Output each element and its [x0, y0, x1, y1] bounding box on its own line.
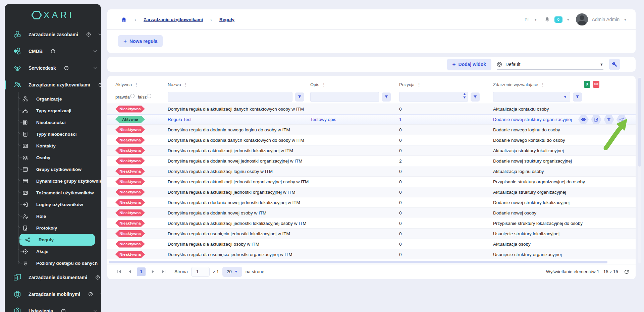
column-header-zdarzenie[interactable]: Zdarzenie wyzwalające⋮ — [493, 82, 626, 87]
table-row[interactable]: NieaktywnaDomyślna reguła dla aktualizac… — [107, 176, 636, 187]
sidebar-item-grupy-uzytkownikow[interactable]: Grupy użytkowników — [5, 164, 101, 175]
excel-export-icon[interactable]: X — [584, 81, 590, 88]
number-stepper[interactable] — [463, 93, 466, 99]
sidebar-item-tozsamosci-uzytkownikow[interactable]: Tożsamości użytkowników — [5, 187, 101, 199]
chevron-down-icon[interactable]: ▼ — [624, 18, 627, 21]
event-filter-select[interactable]: ▼ — [493, 92, 570, 102]
sidebar-item-zarzadzanie-zasobami[interactable]: Zarządzanie zasobami — [5, 26, 101, 43]
sidebar-item-organizacje[interactable]: Organizacje — [5, 93, 101, 105]
prev-page-button[interactable] — [126, 268, 133, 275]
page-size-select[interactable]: 20▼ — [222, 267, 242, 277]
sidebar-item-osoby[interactable]: Osoby — [5, 152, 101, 164]
pdf-export-icon[interactable]: PDF — [593, 81, 599, 88]
sidebar-item-loginy-uzytkownikow[interactable]: Loginy użytkowników — [5, 199, 101, 210]
sidebar-item-ustawienia[interactable]: Ustawienia — [5, 303, 101, 312]
table-row[interactable]: NieaktywnaDomyślna reguła dla usunięcia … — [107, 249, 636, 259]
table-row[interactable]: NieaktywnaDomyślna reguła dla usunięcia … — [107, 228, 636, 239]
table-row[interactable]: NieaktywnaDomyślna reguła dla dodania no… — [107, 124, 636, 135]
home-icon[interactable] — [121, 16, 127, 23]
new-rule-button[interactable]: + Nowa reguła — [118, 35, 163, 47]
next-page-icon — [150, 269, 155, 274]
column-menu-icon[interactable]: ⋮ — [322, 82, 326, 87]
breadcrumb-link-users[interactable]: Zarządzanie użytkownikami — [144, 17, 203, 22]
sidebar-item-protokoly[interactable]: Protokoły — [5, 222, 101, 234]
column-header-aktywna[interactable]: Aktywna⋮ — [115, 82, 168, 87]
status-badge: Nieaktywna — [115, 168, 145, 175]
radio-icon[interactable] — [147, 94, 151, 98]
table-row[interactable]: NieaktywnaDomyślna reguła dla dodania da… — [107, 135, 636, 145]
refresh-icon[interactable] — [624, 269, 630, 275]
stepper-up-icon[interactable] — [463, 93, 466, 95]
description-filter-button[interactable] — [382, 92, 391, 102]
name-filter-input[interactable] — [168, 92, 292, 102]
last-page-button[interactable] — [160, 268, 167, 275]
column-header-pozycja[interactable]: Pozycja⋮ — [399, 82, 493, 87]
table-row[interactable]: NieaktywnaDomyślna reguła dla aktualizac… — [107, 104, 636, 114]
column-menu-icon[interactable]: ⋮ — [417, 82, 421, 87]
stepper-down-icon[interactable] — [463, 97, 466, 99]
column-menu-icon[interactable]: ⋮ — [183, 82, 188, 87]
position-filter-input[interactable] — [399, 92, 468, 102]
table-row[interactable]: NieaktywnaDomyślna reguła dla aktualizac… — [107, 239, 636, 249]
filter-false-option[interactable]: fałsz — [138, 95, 152, 100]
filter-true-option[interactable]: prawda — [115, 95, 135, 100]
name-filter-button[interactable] — [295, 92, 304, 102]
add-view-button[interactable]: + Dodaj widok — [447, 59, 491, 70]
scrollbar-thumb[interactable] — [109, 261, 607, 263]
rule-name[interactable]: Reguła Test — [168, 117, 310, 122]
preview-button[interactable] — [578, 115, 589, 124]
sidebar-item-zarzadzanie-dokumentami[interactable]: Zarządzanie dokumentami — [5, 269, 101, 286]
sidebar-item-poziomy-dostepu-do-danych[interactable]: Poziomy dostępu do danych — [5, 257, 101, 269]
delete-button[interactable] — [604, 115, 614, 124]
next-page-button[interactable] — [149, 268, 156, 275]
edit-button[interactable] — [591, 115, 601, 124]
chevron-down-icon[interactable] — [93, 50, 97, 53]
chevron-down-icon[interactable] — [93, 67, 97, 69]
column-menu-icon[interactable]: ⋮ — [540, 82, 545, 87]
column-header-opis[interactable]: Opis⋮ — [310, 82, 399, 87]
first-page-button[interactable] — [115, 268, 123, 275]
column-menu-icon[interactable]: ⋮ — [134, 82, 139, 87]
event-filter-button[interactable] — [573, 92, 582, 102]
table-row[interactable]: NieaktywnaDomyślna reguła dla aktualizac… — [107, 218, 636, 228]
avatar[interactable] — [576, 13, 588, 25]
chevron-down-icon[interactable] — [100, 293, 101, 296]
page-number-input[interactable] — [191, 267, 210, 277]
table-row[interactable]: NieaktywnaDomyślna reguła dla dodania no… — [107, 197, 636, 207]
table-row[interactable]: NieaktywnaDomyślna reguła dla aktualizac… — [107, 166, 636, 176]
language-selector[interactable]: PL — [525, 17, 530, 22]
chevron-down-icon[interactable] — [93, 310, 97, 312]
description-filter-input[interactable] — [310, 92, 379, 102]
position-filter-button[interactable] — [471, 92, 480, 102]
sidebar-item-akcje[interactable]: Akcje — [5, 246, 101, 257]
sidebar-item-cmdb[interactable]: CMDB — [5, 43, 101, 60]
sidebar-item-reguly[interactable]: Reguły — [5, 234, 101, 246]
sidebar-item-role[interactable]: Role — [5, 210, 101, 222]
sidebar-item-dynamiczne-grupy-uzytkownikow[interactable]: Dynamiczne grupy użytkowników — [5, 175, 101, 187]
chevron-down-icon[interactable]: ▼ — [534, 18, 537, 21]
sidebar-item-zarzadzanie-uzytkownikami[interactable]: Zarządzanie użytkownikami — [5, 76, 101, 93]
table-row[interactable]: NieaktywnaDomyślna reguła dla dodania no… — [107, 207, 636, 218]
chevron-down-icon[interactable]: ▼ — [567, 18, 570, 21]
sidebar-item-nieobecnosci[interactable]: Nieobecności — [5, 117, 101, 128]
run-button[interactable] — [616, 115, 627, 124]
chevron-down-icon[interactable] — [98, 33, 101, 36]
column-header-nazwa[interactable]: Nazwa⋮ — [168, 82, 310, 87]
sidebar-item-kontakty[interactable]: Kontakty — [5, 140, 101, 152]
sidebar-item-typy-organizacji[interactable]: Typy organizacji — [5, 105, 101, 117]
notification-badge[interactable]: 0 — [554, 16, 562, 23]
sidebar-item-servicedesk[interactable]: Servicedesk — [5, 60, 101, 76]
table-row[interactable]: AktywnaReguła TestTestowy opis1Dodanie n… — [107, 114, 636, 124]
radio-icon[interactable] — [130, 94, 135, 98]
current-page-button[interactable]: 1 — [137, 267, 146, 276]
view-settings-button[interactable] — [609, 59, 620, 70]
table-row[interactable]: NieaktywnaDomyślna reguła dla aktualizac… — [107, 145, 636, 155]
sidebar-item-zarzadzanie-mobilnymi[interactable]: Zarządzanie mobilnymi — [5, 286, 101, 303]
bell-icon[interactable] — [544, 16, 550, 23]
scrollbar-thumb[interactable] — [638, 78, 641, 167]
breadcrumb-link-rules[interactable]: Reguły — [219, 17, 234, 22]
table-row[interactable]: NieaktywnaDomyślna reguła dla dodania no… — [107, 155, 636, 166]
view-select[interactable]: Default ▼ — [497, 59, 603, 70]
table-row[interactable]: NieaktywnaDomyślna reguła dla aktualizac… — [107, 187, 636, 197]
sidebar-item-typy-nieobecnosci[interactable]: Typy nieobecności — [5, 128, 101, 140]
